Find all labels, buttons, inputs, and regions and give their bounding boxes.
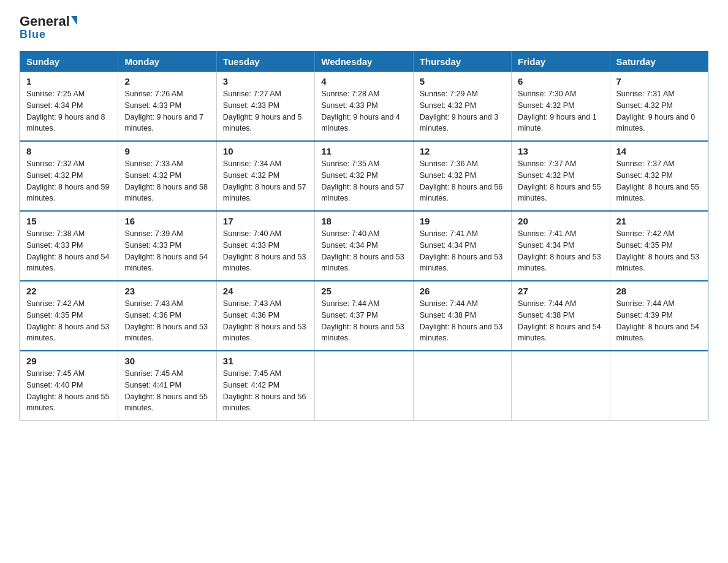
day-number: 12 (420, 146, 505, 156)
day-info: Sunrise: 7:40 AMSunset: 4:34 PMDaylight:… (321, 229, 404, 272)
calendar-cell: 5 Sunrise: 7:29 AMSunset: 4:32 PMDayligh… (413, 72, 511, 141)
day-number: 16 (124, 216, 210, 226)
calendar-cell: 6 Sunrise: 7:30 AMSunset: 4:32 PMDayligh… (512, 72, 610, 141)
calendar-cell: 29 Sunrise: 7:45 AMSunset: 4:40 PMDaylig… (20, 351, 118, 421)
day-info: Sunrise: 7:44 AMSunset: 4:38 PMDaylight:… (420, 299, 503, 342)
day-info: Sunrise: 7:31 AMSunset: 4:32 PMDaylight:… (616, 90, 696, 132)
day-number: 9 (124, 146, 210, 156)
day-info: Sunrise: 7:43 AMSunset: 4:36 PMDaylight:… (223, 299, 306, 342)
calendar-cell: 18 Sunrise: 7:40 AMSunset: 4:34 PMDaylig… (315, 211, 413, 281)
column-header-monday: Monday (118, 52, 216, 72)
day-info: Sunrise: 7:32 AMSunset: 4:32 PMDaylight:… (26, 159, 110, 202)
calendar-cell: 19 Sunrise: 7:41 AMSunset: 4:34 PMDaylig… (413, 211, 511, 281)
day-info: Sunrise: 7:37 AMSunset: 4:32 PMDaylight:… (518, 159, 601, 202)
day-info: Sunrise: 7:40 AMSunset: 4:33 PMDaylight:… (223, 229, 306, 272)
day-number: 29 (26, 356, 112, 366)
calendar-cell: 8 Sunrise: 7:32 AMSunset: 4:32 PMDayligh… (20, 141, 118, 211)
calendar-cell: 25 Sunrise: 7:44 AMSunset: 4:37 PMDaylig… (315, 281, 413, 351)
calendar-week-4: 22 Sunrise: 7:42 AMSunset: 4:35 PMDaylig… (20, 281, 708, 351)
calendar-cell: 10 Sunrise: 7:34 AMSunset: 4:32 PMDaylig… (216, 141, 314, 211)
calendar-cell: 27 Sunrise: 7:44 AMSunset: 4:38 PMDaylig… (512, 281, 610, 351)
calendar-cell: 13 Sunrise: 7:37 AMSunset: 4:32 PMDaylig… (512, 141, 610, 211)
day-number: 14 (616, 146, 702, 156)
day-info: Sunrise: 7:30 AMSunset: 4:32 PMDaylight:… (518, 90, 597, 132)
calendar-cell: 15 Sunrise: 7:38 AMSunset: 4:33 PMDaylig… (20, 211, 118, 281)
logo-text: General (20, 15, 77, 28)
day-number: 31 (223, 356, 308, 366)
day-info: Sunrise: 7:39 AMSunset: 4:33 PMDaylight:… (124, 229, 208, 272)
calendar-table: SundayMondayTuesdayWednesdayThursdayFrid… (20, 51, 708, 421)
calendar-cell: 3 Sunrise: 7:27 AMSunset: 4:33 PMDayligh… (216, 72, 314, 141)
calendar-cell: 14 Sunrise: 7:37 AMSunset: 4:32 PMDaylig… (610, 141, 708, 211)
day-number: 4 (321, 76, 406, 86)
day-info: Sunrise: 7:45 AMSunset: 4:42 PMDaylight:… (223, 369, 306, 412)
day-number: 11 (321, 146, 406, 156)
day-number: 19 (420, 216, 505, 226)
logo: General Blue (20, 15, 77, 41)
day-info: Sunrise: 7:34 AMSunset: 4:32 PMDaylight:… (223, 159, 306, 202)
calendar-week-1: 1 Sunrise: 7:25 AMSunset: 4:34 PMDayligh… (20, 72, 708, 141)
calendar-cell: 11 Sunrise: 7:35 AMSunset: 4:32 PMDaylig… (315, 141, 413, 211)
day-info: Sunrise: 7:35 AMSunset: 4:32 PMDaylight:… (321, 159, 404, 202)
day-info: Sunrise: 7:41 AMSunset: 4:34 PMDaylight:… (420, 229, 503, 272)
calendar-cell: 28 Sunrise: 7:44 AMSunset: 4:39 PMDaylig… (610, 281, 708, 351)
calendar-cell (512, 351, 610, 421)
calendar-week-3: 15 Sunrise: 7:38 AMSunset: 4:33 PMDaylig… (20, 211, 708, 281)
calendar-cell: 20 Sunrise: 7:41 AMSunset: 4:34 PMDaylig… (512, 211, 610, 281)
day-info: Sunrise: 7:41 AMSunset: 4:34 PMDaylight:… (518, 229, 601, 272)
day-number: 26 (420, 286, 505, 296)
calendar-cell: 17 Sunrise: 7:40 AMSunset: 4:33 PMDaylig… (216, 211, 314, 281)
day-info: Sunrise: 7:27 AMSunset: 4:33 PMDaylight:… (223, 90, 302, 132)
day-info: Sunrise: 7:44 AMSunset: 4:37 PMDaylight:… (321, 299, 404, 342)
column-header-thursday: Thursday (413, 52, 511, 72)
day-number: 28 (616, 286, 702, 296)
day-info: Sunrise: 7:33 AMSunset: 4:32 PMDaylight:… (124, 159, 208, 202)
day-number: 6 (518, 76, 603, 86)
calendar-week-5: 29 Sunrise: 7:45 AMSunset: 4:40 PMDaylig… (20, 351, 708, 421)
day-number: 2 (124, 76, 210, 86)
calendar-cell: 23 Sunrise: 7:43 AMSunset: 4:36 PMDaylig… (118, 281, 216, 351)
column-header-saturday: Saturday (610, 52, 708, 72)
day-number: 5 (420, 76, 505, 86)
day-info: Sunrise: 7:43 AMSunset: 4:36 PMDaylight:… (124, 299, 208, 342)
day-info: Sunrise: 7:38 AMSunset: 4:33 PMDaylight:… (26, 229, 110, 272)
day-number: 23 (124, 286, 210, 296)
calendar-cell: 1 Sunrise: 7:25 AMSunset: 4:34 PMDayligh… (20, 72, 118, 141)
day-info: Sunrise: 7:44 AMSunset: 4:39 PMDaylight:… (616, 299, 700, 342)
day-info: Sunrise: 7:42 AMSunset: 4:35 PMDaylight:… (616, 229, 700, 272)
day-number: 17 (223, 216, 308, 226)
logo-blue: Blue (20, 28, 46, 41)
calendar-cell (610, 351, 708, 421)
column-header-tuesday: Tuesday (216, 52, 314, 72)
calendar-cell (315, 351, 413, 421)
day-number: 21 (616, 216, 702, 226)
calendar-cell: 24 Sunrise: 7:43 AMSunset: 4:36 PMDaylig… (216, 281, 314, 351)
day-number: 3 (223, 76, 308, 86)
day-info: Sunrise: 7:42 AMSunset: 4:35 PMDaylight:… (26, 299, 110, 342)
column-header-sunday: Sunday (20, 52, 118, 72)
day-info: Sunrise: 7:28 AMSunset: 4:33 PMDaylight:… (321, 90, 400, 132)
calendar-cell: 9 Sunrise: 7:33 AMSunset: 4:32 PMDayligh… (118, 141, 216, 211)
calendar-header-row: SundayMondayTuesdayWednesdayThursdayFrid… (20, 52, 708, 72)
calendar-cell: 31 Sunrise: 7:45 AMSunset: 4:42 PMDaylig… (216, 351, 314, 421)
day-number: 18 (321, 216, 406, 226)
day-number: 7 (616, 76, 702, 86)
day-number: 24 (223, 286, 308, 296)
calendar-cell: 21 Sunrise: 7:42 AMSunset: 4:35 PMDaylig… (610, 211, 708, 281)
day-number: 13 (518, 146, 603, 156)
day-info: Sunrise: 7:45 AMSunset: 4:40 PMDaylight:… (26, 369, 110, 412)
day-number: 30 (124, 356, 210, 366)
calendar-cell (413, 351, 511, 421)
day-number: 15 (26, 216, 112, 226)
column-header-wednesday: Wednesday (315, 52, 413, 72)
column-header-friday: Friday (512, 52, 610, 72)
calendar-cell: 30 Sunrise: 7:45 AMSunset: 4:41 PMDaylig… (118, 351, 216, 421)
day-info: Sunrise: 7:45 AMSunset: 4:41 PMDaylight:… (124, 369, 208, 412)
day-info: Sunrise: 7:26 AMSunset: 4:33 PMDaylight:… (124, 90, 203, 132)
day-number: 20 (518, 216, 603, 226)
calendar-cell: 7 Sunrise: 7:31 AMSunset: 4:32 PMDayligh… (610, 72, 708, 141)
page-header: General Blue (20, 15, 708, 41)
calendar-cell: 4 Sunrise: 7:28 AMSunset: 4:33 PMDayligh… (315, 72, 413, 141)
calendar-week-2: 8 Sunrise: 7:32 AMSunset: 4:32 PMDayligh… (20, 141, 708, 211)
calendar-cell: 22 Sunrise: 7:42 AMSunset: 4:35 PMDaylig… (20, 281, 118, 351)
